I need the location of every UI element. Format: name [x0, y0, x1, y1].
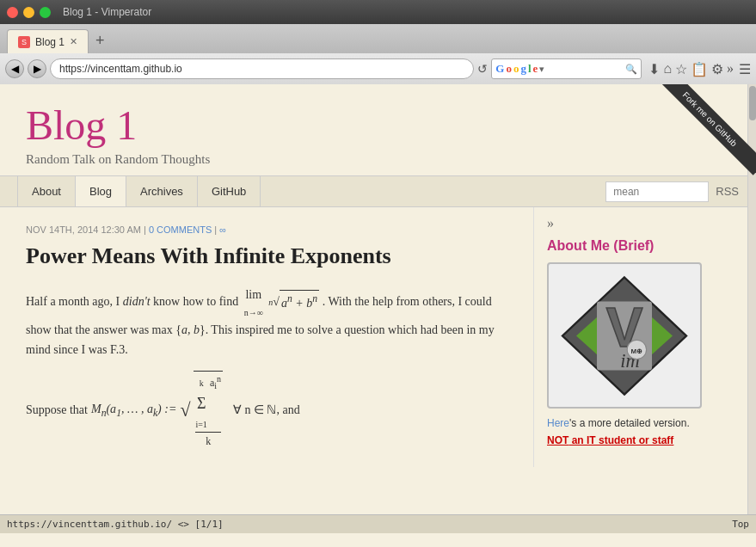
post-body: Half a month ago, I didn't know how to f…: [26, 285, 507, 450]
blog-subtitle: Random Talk on Random Thoughts: [26, 152, 730, 167]
page-wrapper: Fork me on GitHub Blog 1 Random Talk on …: [0, 84, 756, 514]
back-button[interactable]: ◀: [5, 59, 24, 78]
post-date: NOV 14TH, 2014 12:30 AM: [26, 224, 141, 235]
settings-icon[interactable]: ⚙: [711, 61, 723, 77]
google-icon2: o: [506, 62, 512, 76]
url-input[interactable]: [50, 58, 474, 79]
google-icon6: e: [533, 62, 538, 76]
bookmark-manager-icon[interactable]: 📋: [691, 61, 708, 77]
toolbar-icons: ⬇ ⌂ ☆ 📋 ⚙ » ☰: [648, 61, 751, 77]
ribbon-text: Fork me on GitHub: [653, 84, 756, 175]
window-maximize-button[interactable]: [40, 7, 51, 18]
post-title: Power Means With Infinite Exponents: [26, 242, 507, 271]
home-icon[interactable]: ⌂: [663, 61, 672, 77]
post-permalink[interactable]: ∞: [219, 224, 226, 235]
body-text-forall: ∀ n ∈ ℕ, and: [233, 400, 300, 421]
window-title: Blog 1 - Vimperator: [63, 6, 151, 18]
google-icon: G: [495, 62, 504, 76]
menu-icon[interactable]: ☰: [739, 61, 751, 77]
search-dropdown-icon: ▾: [539, 64, 544, 75]
new-tab-button[interactable]: +: [90, 32, 110, 50]
bookmark-icon[interactable]: ☆: [675, 61, 687, 77]
math-radical: n√an + bn: [268, 290, 319, 313]
post-meta: NOV 14TH, 2014 12:30 AM | 0 COMMENTS | ∞: [26, 224, 507, 235]
refresh-button[interactable]: ↺: [477, 62, 488, 76]
navigation-bar: About Blog Archives GitHub RSS: [0, 175, 756, 207]
google-icon5: l: [528, 62, 532, 76]
window-close-button[interactable]: [7, 7, 18, 18]
tab-label: Blog 1: [35, 36, 65, 48]
forward-button[interactable]: ▶: [28, 59, 46, 78]
content-area: NOV 14TH, 2014 12:30 AM | 0 COMMENTS | ∞…: [0, 207, 756, 467]
download-icon[interactable]: ⬇: [648, 61, 660, 77]
status-position: Top: [732, 519, 749, 530]
tab-bar: S Blog 1 ✕ +: [0, 24, 756, 53]
nav-link-archives[interactable]: Archives: [126, 176, 198, 206]
sidebar-collapse-button[interactable]: »: [547, 216, 710, 231]
window-minimize-button[interactable]: [23, 7, 34, 18]
sidebar: » About Me (Brief) V im: [533, 207, 722, 467]
browser-tab[interactable]: S Blog 1 ✕: [7, 29, 89, 53]
page-header: Blog 1 Random Talk on Random Thoughts: [0, 84, 756, 175]
status-bar: https://vincenttam.github.io/ <> [1/1] T…: [0, 514, 756, 533]
svg-text:M⊕: M⊕: [631, 347, 643, 354]
nav-link-blog[interactable]: Blog: [76, 176, 126, 206]
math-fraction: k Σ i=1 ain k: [194, 371, 223, 450]
body-text-2: know how to find: [153, 294, 238, 307]
math-lim: lim n→∞: [244, 285, 263, 320]
tab-close-button[interactable]: ✕: [70, 36, 77, 47]
sidebar-about-title: About Me (Brief): [547, 238, 710, 254]
body-text-em: didn't: [123, 294, 151, 307]
math-mn: Mn(a1, … , ak) :=: [91, 399, 176, 422]
vim-logo-box: V im M⊕: [547, 262, 702, 409]
math-sqrt-start: √: [180, 394, 190, 426]
blog-title: Blog 1: [26, 101, 730, 149]
fork-ribbon[interactable]: Fork me on GitHub: [653, 84, 756, 187]
status-url: https://vincenttam.github.io/ <> [1/1]: [7, 519, 224, 530]
tab-favicon: S: [18, 36, 30, 48]
about-me-text: Here's a more detailed version.: [547, 417, 710, 429]
about-link-suffix: 's a more detailed version.: [569, 417, 690, 429]
google-icon3: o: [513, 62, 519, 76]
search-input[interactable]: [546, 63, 624, 75]
main-content: NOV 14TH, 2014 12:30 AM | 0 COMMENTS | ∞…: [0, 207, 533, 467]
nav-link-github[interactable]: GitHub: [198, 176, 261, 206]
not-student-text: NOT an IT student or staff: [547, 434, 710, 446]
about-link[interactable]: Here: [547, 417, 569, 429]
search-submit-button[interactable]: 🔍: [625, 64, 637, 75]
nav-links: About Blog Archives GitHub: [17, 176, 605, 206]
body-paragraph-2: Suppose that Mn(a1, … , ak) := √ k Σ i=1: [26, 371, 507, 450]
body-text-1: Half a month ago, I: [26, 294, 123, 307]
not-student-rest: an IT student or staff: [569, 434, 673, 446]
browser-titlebar: Blog 1 - Vimperator: [0, 0, 756, 24]
post-comments-link[interactable]: 0 COMMENTS: [149, 224, 212, 235]
nav-link-about[interactable]: About: [17, 176, 76, 206]
search-bar: G o o g l e ▾ 🔍: [491, 58, 642, 79]
not-student-not: NOT: [547, 434, 569, 446]
vim-logo-svg: V im M⊕: [556, 269, 693, 403]
body-math-ab: a, b: [181, 323, 200, 336]
google-icon4: g: [520, 62, 526, 76]
body-text-p2-1: Suppose that: [26, 400, 88, 421]
more-tools-icon[interactable]: »: [727, 61, 734, 77]
address-bar: ◀ ▶ ↺ G o o g l e ▾ 🔍 ⬇ ⌂ ☆ 📋 ⚙ » ☰: [0, 53, 756, 84]
